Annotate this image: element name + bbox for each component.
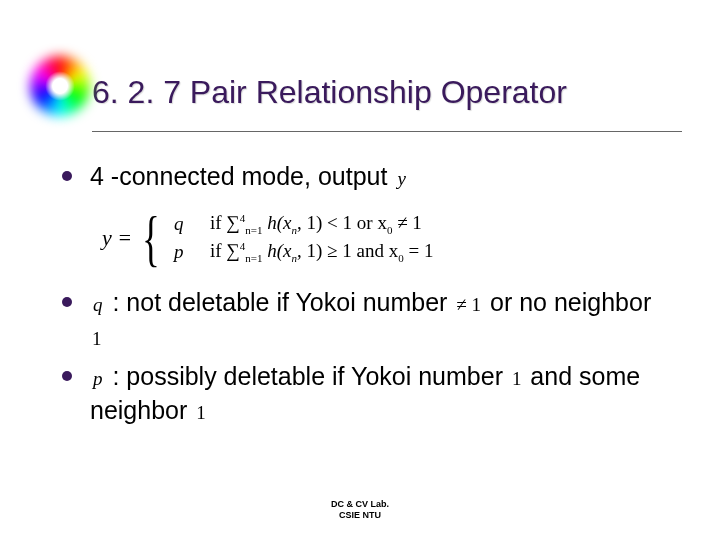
- bullet-3-pre: : possibly deletable if Yokoi number: [106, 362, 510, 390]
- bullet-2-var: q: [90, 294, 106, 315]
- bullet-3-var: p: [90, 368, 106, 389]
- slide-title: 6. 2. 7 Pair Relationship Operator: [92, 74, 682, 132]
- case1-body2: , 1) < 1 or x: [297, 212, 387, 233]
- case1-body3: ≠ 1: [392, 212, 421, 233]
- bullet-text-3: p : possibly deletable if Yokoi number 1…: [90, 360, 670, 428]
- bullet-1-text: 4 -connected mode, output: [90, 162, 387, 190]
- bullet-text-2: q : not deletable if Yokoi number ≠ 1 or…: [90, 286, 670, 354]
- bullet-2-mid: or no neighbor: [483, 288, 651, 316]
- case1-sub: n=1: [245, 224, 262, 236]
- bullet-item-2: q : not deletable if Yokoi number ≠ 1 or…: [62, 286, 670, 354]
- case2-body2: , 1) ≥ 1 and x: [297, 240, 398, 261]
- bullet-icon: [62, 297, 72, 307]
- case1-val: q: [174, 213, 188, 235]
- bullet-3-tail: 1: [194, 402, 208, 423]
- bullet-2-cond: ≠ 1: [454, 294, 483, 315]
- case1-body: h(x: [263, 212, 292, 233]
- bullet-3-cond: 1: [510, 368, 524, 389]
- case1-sup: 4: [240, 212, 246, 224]
- case2-if: if ∑4n=1 h(xn, 1) ≥ 1 and x0 = 1: [210, 240, 434, 264]
- case-2: p if ∑4n=1 h(xn, 1) ≥ 1 and x0 = 1: [174, 240, 434, 264]
- bullet-icon: [62, 171, 72, 181]
- bullet-item-3: p : possibly deletable if Yokoi number 1…: [62, 360, 670, 428]
- case2-sub: n=1: [245, 252, 262, 264]
- footer: DC & CV Lab. CSIE NTU: [0, 499, 720, 522]
- case2-body3: = 1: [404, 240, 434, 261]
- bullet-icon: [62, 371, 72, 381]
- case2-cond: if ∑: [210, 240, 240, 261]
- formula-cases: q if ∑4n=1 h(xn, 1) < 1 or x0 ≠ 1 p if ∑…: [174, 212, 434, 264]
- case2-body: h(x: [263, 240, 292, 261]
- footer-line-2: CSIE NTU: [0, 510, 720, 522]
- bullet-1-var: y: [394, 168, 408, 189]
- bullet-text-1: 4 -connected mode, output y: [90, 160, 409, 194]
- footer-line-1: DC & CV Lab.: [0, 499, 720, 511]
- content-area: 4 -connected mode, output y y = { q if ∑…: [62, 160, 670, 427]
- color-wheel-core: [45, 71, 75, 101]
- bullet-item-1: 4 -connected mode, output y: [62, 160, 670, 194]
- formula-lhs: y =: [102, 225, 132, 251]
- formula: y = { q if ∑4n=1 h(xn, 1) < 1 or x0 ≠ 1 …: [102, 212, 670, 265]
- case2-sup: 4: [240, 240, 246, 252]
- formula-block: y = { q if ∑4n=1 h(xn, 1) < 1 or x0 ≠ 1 …: [102, 212, 670, 265]
- bullet-2-tail: 1: [90, 328, 104, 349]
- brace-icon: {: [142, 212, 160, 265]
- case1-if: if ∑4n=1 h(xn, 1) < 1 or x0 ≠ 1: [210, 212, 422, 236]
- case2-val: p: [174, 241, 188, 263]
- bullet-2-pre: : not deletable if Yokoi number: [106, 288, 455, 316]
- case1-cond: if ∑: [210, 212, 240, 233]
- case-1: q if ∑4n=1 h(xn, 1) < 1 or x0 ≠ 1: [174, 212, 434, 236]
- slide: 6. 2. 7 Pair Relationship Operator 4 -co…: [0, 0, 720, 540]
